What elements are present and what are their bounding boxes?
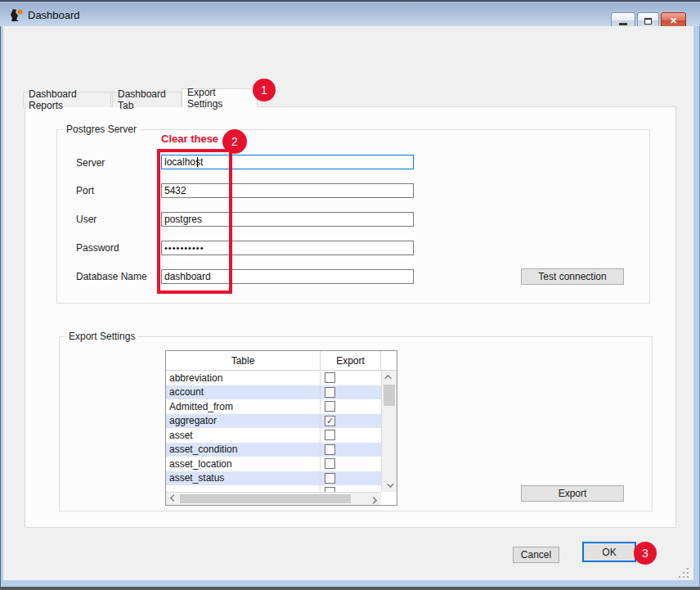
scroll-up-icon[interactable] (382, 371, 397, 384)
table-row[interactable]: asset_condition (166, 443, 381, 457)
table-row[interactable]: account (166, 385, 381, 400)
close-icon: ✕ (670, 16, 677, 26)
export-cell (321, 428, 381, 443)
tab-label: Dashboard Tab (118, 88, 176, 111)
title-bar[interactable]: Dashboard ✕ (0, 0, 700, 26)
table-row[interactable]: aggregator✓ (166, 414, 381, 429)
button-label: OK (602, 547, 616, 558)
export-checkbox[interactable] (325, 387, 335, 398)
tab-label: Dashboard Reports (29, 88, 105, 111)
table-name-cell: aggregator (166, 414, 321, 429)
export-checkbox[interactable] (325, 444, 335, 455)
table-name-cell: account (166, 385, 321, 400)
cancel-button[interactable]: Cancel (513, 547, 559, 563)
export-checkbox[interactable]: ✓ (325, 416, 335, 426)
tab-dashboard-reports[interactable]: Dashboard Reports (23, 92, 111, 107)
vertical-scrollbar[interactable] (381, 371, 397, 492)
text-caret (197, 157, 198, 167)
export-checkbox[interactable] (325, 401, 335, 412)
minimize-icon (619, 23, 627, 25)
export-cell (321, 471, 381, 486)
tables-grid: Table Export abbreviationaccountAdmitted… (165, 350, 397, 506)
annotation-clear-these: Clear these (161, 133, 218, 145)
dashboard-dialog: Dashboard ✕ Dashboard Reports Dashboard … (0, 0, 700, 590)
app-icon (9, 7, 24, 22)
button-label: Cancel (521, 549, 551, 561)
restore-icon (644, 18, 652, 25)
column-header-export[interactable]: Export (321, 351, 381, 370)
table-body: abbreviationaccountAdmitted_fromaggregat… (166, 371, 381, 492)
scroll-down-icon[interactable] (382, 479, 397, 492)
group-title: Export Settings (65, 331, 138, 342)
table-name-cell: asset_location (166, 457, 321, 471)
group-title: Postgres Server (63, 124, 140, 135)
export-cell (321, 399, 381, 414)
table-name-cell (166, 485, 321, 492)
scroll-left-icon[interactable] (166, 493, 179, 505)
table-row[interactable]: asset_status (166, 471, 381, 486)
tab-dashboard-tab[interactable]: Dashboard Tab (112, 92, 182, 107)
ok-button[interactable]: OK (582, 542, 636, 562)
annotation-step-1: 1 (253, 79, 276, 101)
grid-header: Table Export (166, 351, 397, 371)
postgres-server-group: Postgres Server (56, 129, 650, 304)
export-checkbox[interactable] (325, 430, 335, 440)
table-row[interactable]: asset (166, 428, 381, 443)
export-checkbox[interactable] (325, 372, 335, 383)
annotation-step-2: 2 (222, 129, 247, 154)
tab-export-settings[interactable]: Export Settings (182, 88, 258, 107)
table-name-cell: asset_condition (166, 443, 321, 457)
resize-grip[interactable] (679, 568, 689, 579)
export-cell (321, 371, 381, 385)
vertical-scroll-thumb[interactable] (384, 385, 395, 406)
export-cell (321, 443, 381, 457)
tab-label: Export Settings (187, 87, 252, 110)
table-row[interactable]: Admitted_from (166, 399, 381, 414)
export-checkbox[interactable] (325, 473, 335, 484)
scroll-right-icon[interactable] (368, 493, 381, 505)
annotation-step-3: 3 (634, 542, 657, 565)
window-title: Dashboard (28, 9, 80, 21)
table-row[interactable] (166, 485, 381, 492)
export-cell: ✓ (321, 414, 381, 429)
export-checkbox[interactable] (325, 458, 335, 469)
table-name-cell: asset_status (166, 471, 321, 486)
table-row[interactable]: abbreviation (166, 371, 381, 385)
window-bottom-edge (0, 587, 700, 590)
table-name-cell: asset (166, 428, 321, 443)
column-header-table[interactable]: Table (166, 351, 321, 370)
export-cell (321, 485, 381, 492)
export-cell (321, 385, 381, 400)
table-name-cell: Admitted_from (166, 399, 321, 414)
table-name-cell: abbreviation (166, 371, 321, 385)
horizontal-scroll-thumb[interactable] (180, 494, 351, 503)
horizontal-scrollbar[interactable] (166, 492, 381, 505)
table-row[interactable]: asset_location (166, 457, 381, 471)
export-cell (321, 457, 381, 471)
